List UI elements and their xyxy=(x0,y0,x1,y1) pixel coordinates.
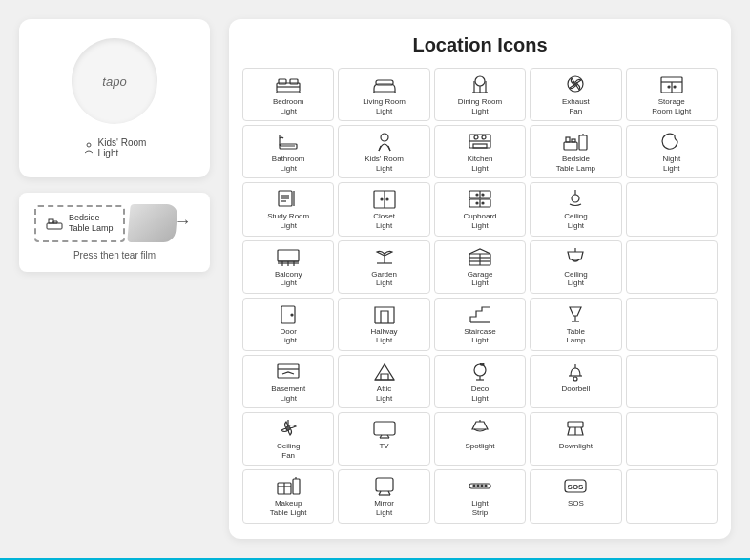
svg-point-24 xyxy=(381,134,388,141)
svg-point-103 xyxy=(481,485,483,487)
garden-icon xyxy=(371,246,398,267)
balcony-icon xyxy=(275,246,302,267)
right-panel: Location Icons BedroomLight xyxy=(229,19,731,539)
icon-label-door: DoorLight xyxy=(281,327,297,345)
svg-rect-30 xyxy=(564,142,577,150)
left-panel: tapo Kids' Room Light xyxy=(19,19,210,539)
icon-cell-doorbell: Doorbell xyxy=(530,355,621,408)
ceilingfan-icon xyxy=(275,418,302,439)
sticker-block: Bedside Table Lamp xyxy=(34,205,125,242)
svg-rect-89 xyxy=(568,422,583,427)
icon-label-downlight: Downlight xyxy=(559,442,593,451)
icon-cell-empty6 xyxy=(626,469,718,523)
icon-label-sos: SOS xyxy=(568,499,584,508)
svg-point-76 xyxy=(474,364,486,376)
basement-icon xyxy=(275,361,302,382)
icon-cell-bedroom: BedroomLight xyxy=(242,68,334,121)
svg-point-51 xyxy=(482,202,484,204)
icon-cell-attic: AtticLight xyxy=(338,355,429,408)
hallway-icon xyxy=(371,303,398,324)
svg-rect-2 xyxy=(49,219,53,223)
icon-label-spotlight: Spotlight xyxy=(465,442,494,451)
icon-cell-hallway: HallwayLight xyxy=(338,298,429,351)
garage-icon xyxy=(467,246,493,267)
icon-label-closet: ClosetLight xyxy=(373,212,395,230)
icon-cell-closet: ClosetLight xyxy=(338,182,429,236)
icon-label-storageroom: StorageRoom Light xyxy=(652,97,691,115)
icon-label-kitchen: KitchenLight xyxy=(468,155,493,173)
svg-rect-96 xyxy=(376,478,393,491)
icon-cell-storageroom: StorageRoom Light xyxy=(626,68,718,121)
svg-point-101 xyxy=(473,485,475,487)
icon-label-cupboard: CupboardLight xyxy=(463,212,496,230)
makeup-icon xyxy=(275,475,302,496)
icon-cell-garden: GardenLight xyxy=(338,240,429,294)
icon-label-staircase: StaircaseLight xyxy=(464,327,495,345)
svg-point-48 xyxy=(476,194,478,196)
icon-label-ceilingfan: CeilingFan xyxy=(277,442,300,460)
icon-label-garage: GarageLight xyxy=(468,270,493,288)
icon-label-garden: GardenLight xyxy=(371,270,397,288)
icon-cell-diningroom: Dining RoomLight xyxy=(434,68,526,121)
icon-cell-downlight: Downlight xyxy=(530,412,621,466)
bedroom-icon xyxy=(275,73,302,94)
icons-title: Location Icons xyxy=(242,34,718,56)
icon-label-balcony: BalconyLight xyxy=(275,270,302,288)
svg-rect-33 xyxy=(579,135,587,150)
deco-icon xyxy=(467,361,493,382)
svg-point-11 xyxy=(475,76,485,86)
icon-label-diningroom: Dining RoomLight xyxy=(458,97,502,115)
svg-point-49 xyxy=(482,194,484,196)
icon-label-basement: BasementLight xyxy=(271,384,305,403)
svg-point-0 xyxy=(87,143,91,147)
icon-cell-empty2 xyxy=(626,240,718,294)
tapo-logo: tapo xyxy=(102,74,126,89)
svg-rect-29 xyxy=(473,144,487,148)
icon-cell-kitchen: KitchenLight xyxy=(434,125,526,178)
icon-label-attic: AtticLight xyxy=(376,384,392,403)
sticker-label: Bedside Table Lamp xyxy=(69,213,114,235)
svg-point-68 xyxy=(291,314,293,316)
door-icon xyxy=(275,303,302,324)
svg-point-28 xyxy=(482,135,486,139)
icon-label-ceiling2: CeilingLight xyxy=(564,270,587,288)
icon-cell-lightstrip: LightStrip xyxy=(434,469,526,523)
mirror-icon xyxy=(371,475,398,496)
diningroom-icon xyxy=(467,73,493,94)
icon-cell-sos: SOS SOS xyxy=(530,469,621,523)
spotlight-icon xyxy=(467,418,493,439)
icon-cell-balcony: BalconyLight xyxy=(242,240,334,294)
device-card: tapo Kids' Room Light xyxy=(19,19,210,177)
empty1-icon xyxy=(658,188,685,209)
svg-point-22 xyxy=(674,86,676,88)
icon-cell-kidsroom: Kids' RoomLight xyxy=(338,125,429,178)
svg-rect-32 xyxy=(572,139,575,142)
ceiling-icon xyxy=(562,188,589,209)
doorbell-icon xyxy=(562,361,589,382)
icon-cell-door: DoorLight xyxy=(242,298,334,351)
svg-point-104 xyxy=(485,485,487,487)
device-label-text: Kids' Room Light xyxy=(98,137,147,158)
svg-point-43 xyxy=(386,198,388,200)
svg-rect-31 xyxy=(566,137,570,142)
icon-label-lightstrip: LightStrip xyxy=(471,499,488,517)
icon-cell-spotlight: Spotlight xyxy=(434,412,526,466)
icon-cell-tablelamp: TableLamp xyxy=(530,298,621,351)
icon-label-doorbell: Doorbell xyxy=(561,384,590,394)
sos-icon: SOS xyxy=(562,475,589,496)
film-peel xyxy=(127,204,177,242)
svg-rect-100 xyxy=(469,484,490,488)
main-container: tapo Kids' Room Light xyxy=(0,0,750,560)
kitchen-icon xyxy=(467,131,493,152)
empty5-icon xyxy=(658,418,685,439)
attic-icon xyxy=(371,361,398,382)
svg-rect-94 xyxy=(293,479,300,494)
bedside-icon xyxy=(46,217,63,230)
svg-point-21 xyxy=(668,86,670,88)
kidsroom-icon xyxy=(371,131,398,152)
svg-text:SOS: SOS xyxy=(568,483,585,491)
livingroom-icon xyxy=(371,73,398,94)
empty3-icon xyxy=(658,303,685,324)
icon-label-livingroom: Living RoomLight xyxy=(363,97,405,115)
icon-label-ceiling: CeilingLight xyxy=(564,212,587,230)
